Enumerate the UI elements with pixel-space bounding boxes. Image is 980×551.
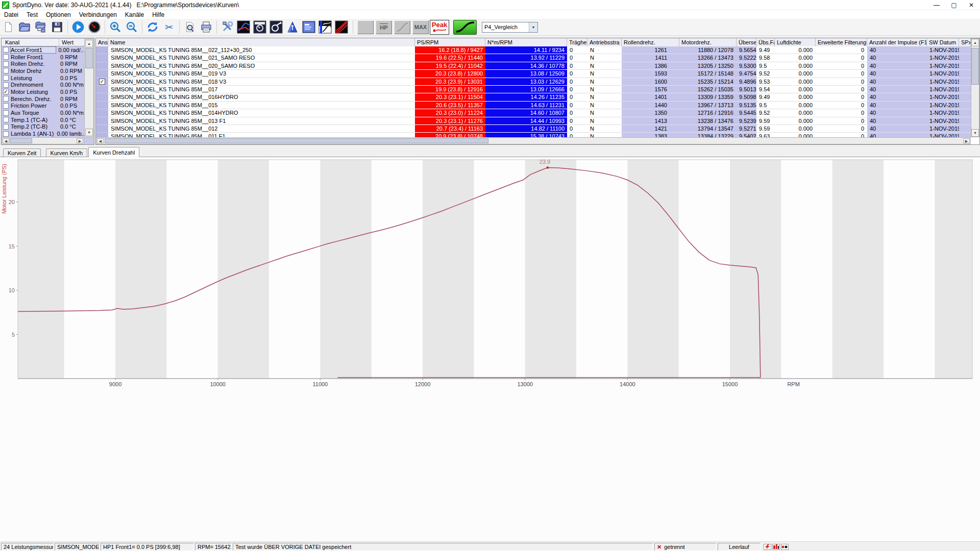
scroll-thumb[interactable] [10, 138, 32, 143]
zoom-out-button[interactable] [124, 19, 139, 35]
curve-mode-button[interactable] [394, 20, 410, 34]
runs-vertical-scrollbar[interactable]: ▲ ▼ [971, 38, 979, 137]
view-preset-combobox[interactable]: P4_Vergleich ▼ [482, 22, 538, 33]
chart-settings-button[interactable] [236, 19, 251, 35]
menu-item-kanäle[interactable]: Kanäle [121, 11, 148, 19]
column-header-Erweiterte Filterung[interactable]: Erweiterte Filterung [816, 38, 867, 46]
table-row[interactable]: SIMSON_MODEL_KS TUNING 85M__014HYDRO20.3… [96, 109, 971, 117]
open-test-button[interactable] [33, 19, 48, 35]
column-header-PS/RPM[interactable]: PS/RPM [415, 38, 485, 46]
gauge-export-button[interactable] [268, 19, 284, 35]
column-header-Antriebsstra[interactable]: Antriebsstra [587, 38, 622, 46]
channel-row[interactable]: Leistung0.0 PS [2, 74, 84, 82]
chart-bw-button[interactable] [317, 19, 333, 35]
channel-row[interactable]: Aux Torque0.00 N*m [2, 109, 84, 116]
dyno-display-button[interactable] [252, 19, 267, 35]
column-header-N*m/RPM[interactable]: N*m/RPM [485, 38, 567, 46]
refresh-button[interactable] [145, 19, 160, 35]
channel-row[interactable]: Temp.1 (TC-A)0.0 °C [2, 116, 84, 123]
table-row[interactable]: SIMSON_MODEL_KS TUNING 85M__01719.9 (23.… [96, 86, 971, 93]
run-visibility-cell[interactable] [96, 70, 108, 78]
chevron-down-icon[interactable]: ▼ [529, 22, 537, 32]
tab-kurven-drehzahl[interactable]: Kurven Drehzahl [88, 147, 139, 157]
column-header-Ansic[interactable]: Ansic [96, 38, 108, 46]
channel-row[interactable]: Rollen Drehz.0 RPM [2, 60, 84, 67]
channel-checkbox[interactable]: ✓ [3, 89, 9, 94]
run-visibility-cell[interactable]: ✓ [96, 78, 108, 86]
run-checkbox-checked[interactable]: ✓ [99, 79, 105, 85]
channel-checkbox[interactable] [3, 61, 9, 67]
scroll-down-icon[interactable]: ▼ [971, 129, 979, 137]
channel-row[interactable]: Friction Power0.0 PS [2, 103, 84, 110]
scroll-down-icon[interactable]: ▼ [85, 129, 93, 136]
tab-kurven-km-h[interactable]: Kurven Km/h [46, 148, 88, 157]
run-visibility-cell[interactable] [96, 117, 108, 125]
tab-kurven-zeit[interactable]: Kurven Zeit [3, 148, 41, 157]
channel-checkbox[interactable] [3, 131, 9, 137]
channel-vertical-scrollbar[interactable]: ▲ ▼ [84, 39, 94, 137]
channel-row[interactable]: Drehmoment0.00 N*m [2, 81, 84, 88]
run-visibility-cell[interactable] [96, 133, 108, 137]
menu-item-hilfe[interactable]: Hilfe [148, 11, 168, 19]
run-visibility-cell[interactable] [96, 93, 108, 101]
print-button[interactable] [199, 19, 214, 35]
run-visibility-cell[interactable] [96, 62, 108, 70]
scroll-left-icon[interactable]: ◀ [3, 138, 9, 143]
hp-mode-button[interactable]: HP [376, 20, 392, 34]
channel-checkbox[interactable] [3, 82, 9, 88]
channel-row[interactable]: Temp.2 (TC-B)0.0 °C [2, 123, 84, 131]
channel-checkbox[interactable] [3, 54, 9, 60]
save-button[interactable] [50, 19, 65, 35]
channel-row[interactable]: Lambda 1 (AN-1)0.00 lamb... [2, 130, 84, 137]
column-header-Anzahl der Impulse (F1[interactable]: Anzahl der Impulse (F1 [867, 38, 927, 46]
menu-item-optionen[interactable]: Optionen [42, 11, 75, 19]
table-row[interactable]: ✓SIMSON_MODEL_KS TUNING 85M__018 V320.3 … [96, 78, 971, 86]
compare-curves-button[interactable] [334, 19, 349, 35]
channel-checkbox[interactable] [3, 117, 9, 122]
column-header-Überse[interactable]: Überse [737, 38, 756, 46]
zoom-in-button[interactable] [108, 19, 123, 35]
channel-row[interactable]: Motor Drehz0.0 RPM [2, 67, 84, 74]
maximize-button[interactable]: ▢ [945, 0, 963, 10]
scroll-right-icon[interactable]: ▶ [77, 138, 83, 143]
max-mode-button[interactable]: MAX [412, 20, 429, 34]
column-header-SPx[interactable]: SPx [959, 38, 971, 46]
wert-column-header[interactable]: Wert [59, 39, 74, 46]
table-row[interactable]: SIMSON_MODEL_KS TUNING 85M__021_SAMO RES… [96, 54, 971, 62]
channel-checkbox[interactable] [3, 124, 9, 130]
menu-item-verbindungen[interactable]: Verbindungen [75, 11, 121, 19]
settings-tools-button[interactable] [219, 19, 235, 35]
table-row[interactable]: SIMSON_MODEL_KS TUNING 85M__019 V320.3 (… [96, 70, 971, 78]
table-row[interactable]: SIMSON_MODEL_KS TUNING 85M__011 F120.9 (… [96, 133, 971, 137]
column-header-Übs.Fa[interactable]: Übs.Fa [756, 38, 775, 46]
column-header-Name[interactable]: Name [108, 38, 415, 46]
run-visibility-cell[interactable] [96, 86, 108, 93]
channel-row[interactable]: Berechn. Drehz.0 RPM [2, 95, 84, 103]
print-preview-button[interactable] [182, 19, 198, 35]
column-header-Motordrehz.[interactable]: Motordrehz. [679, 38, 737, 46]
table-row[interactable]: SIMSON_MODEL_KS TUNING 85M__016HYDRO20.3… [96, 93, 971, 101]
table-row[interactable]: SIMSON_MODEL_KS TUNING 85M__022_112+30_2… [96, 46, 971, 54]
cut-button[interactable]: ✂ [161, 19, 177, 35]
scroll-right-icon[interactable]: ▶ [963, 138, 970, 143]
minimize-button[interactable]: — [928, 0, 945, 10]
table-row[interactable]: SIMSON_MODEL_KS TUNING 85M__013 F120.3 (… [96, 117, 971, 125]
channel-horizontal-scrollbar[interactable]: ◀ ▶ [2, 137, 84, 144]
scroll-thumb[interactable] [85, 48, 93, 68]
channel-checkbox[interactable] [3, 96, 9, 102]
power-curve-button[interactable] [453, 20, 477, 35]
table-row[interactable]: SIMSON_MODEL_KS TUNING 85M__01220.7 (23.… [96, 125, 971, 133]
column-header-Rollendrehz.[interactable]: Rollendrehz. [622, 38, 679, 46]
column-header-Luftdichte[interactable]: Luftdichte [775, 38, 816, 46]
channel-checkbox[interactable] [3, 110, 9, 116]
menu-item-test[interactable]: Test [22, 11, 42, 19]
column-header-SW Datum[interactable]: SW Datum [927, 38, 959, 46]
channel-row[interactable]: Accel Front10.00 rad/... [2, 46, 84, 54]
column-header-Träghe[interactable]: Träghe [567, 38, 587, 46]
run-visibility-cell[interactable] [96, 46, 108, 54]
start-test-button[interactable] [70, 19, 86, 35]
scroll-thumb[interactable] [105, 138, 488, 143]
run-visibility-cell[interactable] [96, 102, 108, 109]
menu-item-datei[interactable]: Datei [0, 11, 22, 19]
new-file-button[interactable] [1, 19, 16, 35]
